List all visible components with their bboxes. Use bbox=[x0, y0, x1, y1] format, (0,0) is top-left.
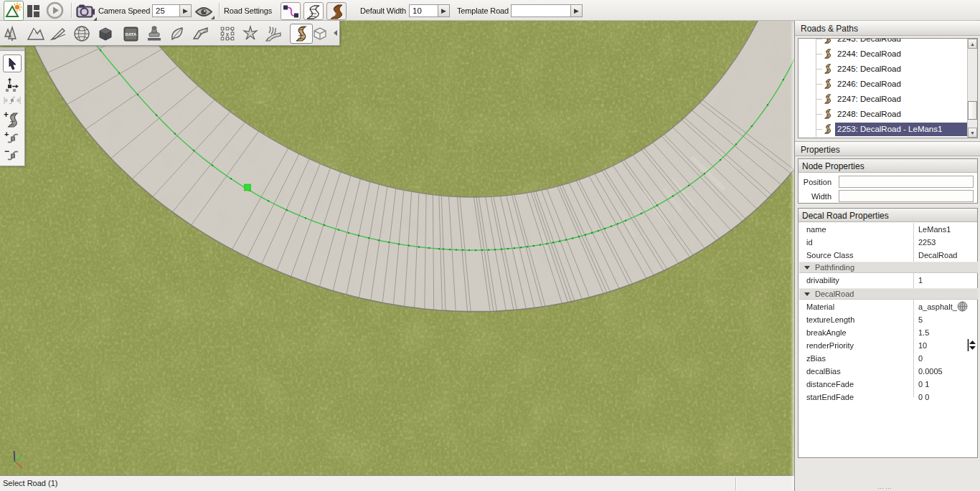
svg-text:DATA: DATA bbox=[126, 32, 137, 37]
svg-text:+: + bbox=[4, 110, 9, 120]
svg-text:−: − bbox=[4, 148, 9, 156]
svg-text:x: x bbox=[226, 31, 230, 38]
svg-text:+: + bbox=[4, 130, 9, 138]
